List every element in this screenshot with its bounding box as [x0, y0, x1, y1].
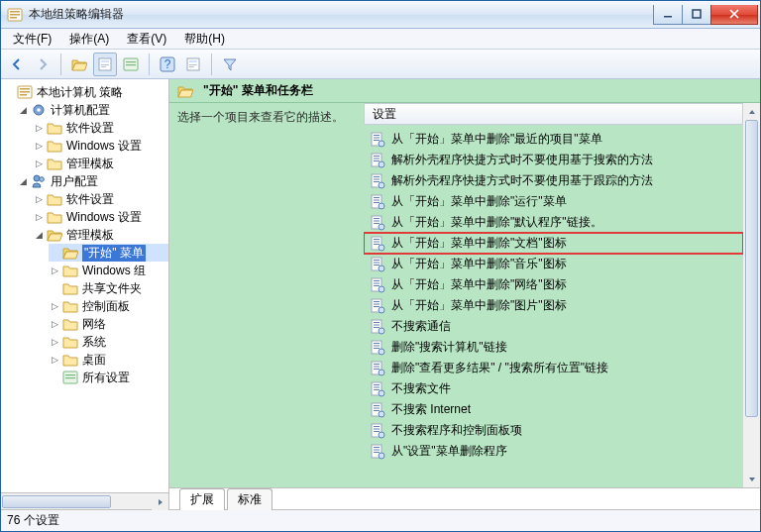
tree-item[interactable]: 桌面 — [82, 352, 106, 369]
tab-standard[interactable]: 标准 — [227, 488, 272, 510]
window-title: 本地组策略编辑器 — [29, 6, 654, 23]
users-icon — [31, 173, 47, 189]
policy-item-icon — [370, 215, 385, 231]
prop-icon — [185, 56, 201, 72]
expand-toggle[interactable]: ▷ — [33, 140, 45, 152]
policy-item-icon — [370, 298, 385, 314]
setting-row[interactable]: 从"设置"菜单删除程序 — [364, 441, 743, 462]
tree-item[interactable]: Windows 设置 — [66, 209, 142, 226]
expand-toggle[interactable]: ▷ — [33, 122, 45, 134]
tree-item[interactable]: Windows 组 — [82, 263, 146, 279]
expand-toggle[interactable]: ▷ — [33, 193, 45, 205]
filter-icon — [222, 56, 238, 72]
expand-toggle[interactable]: ◢ — [17, 104, 29, 116]
show-tree-button[interactable] — [93, 53, 117, 76]
tree-user-config[interactable]: 用户配置 — [51, 173, 98, 190]
menu385thead: 文件(F) 操作(A) 查看(V) 帮助(H) — [1, 29, 760, 50]
setting-row[interactable]: 不搜索文件 — [364, 378, 743, 399]
setting-row[interactable]: 不搜索通信 — [364, 316, 743, 337]
policy-item-icon — [370, 194, 385, 210]
setting-label: 从「开始」菜单中删除"音乐"图标 — [391, 256, 567, 272]
toolbar — [1, 50, 760, 79]
list-v-scrollbar[interactable] — [743, 103, 760, 487]
expand-toggle[interactable]: ◢ — [33, 229, 45, 241]
expand-toggle[interactable]: ▷ — [49, 354, 60, 366]
expand-toggle[interactable]: ▷ — [49, 265, 60, 276]
tree-item[interactable]: 共享文件夹 — [82, 280, 142, 297]
scroll-thumb[interactable] — [2, 495, 111, 508]
arrow-up-icon — [747, 107, 757, 117]
close-button[interactable] — [710, 5, 758, 25]
folder-icon — [47, 120, 62, 136]
setting-label: 从「开始」菜单中删除"最近的项目"菜单 — [391, 131, 602, 148]
column-header-setting[interactable]: 设置 — [364, 103, 743, 125]
policy-tree[interactable]: 本地计算机 策略 ◢ 计算机配置 — [1, 83, 168, 386]
setting-row[interactable]: 从「开始」菜单中删除"文档"图标 — [364, 233, 743, 254]
expand-toggle[interactable]: ▷ — [49, 336, 60, 348]
arrow-down-icon — [747, 475, 757, 484]
policy-item-icon — [370, 173, 385, 189]
expand-toggle[interactable] — [3, 86, 15, 98]
expand-toggle[interactable]: ◢ — [17, 175, 29, 187]
scroll-right-button[interactable] — [152, 493, 168, 510]
policy-item-icon — [370, 381, 385, 397]
setting-row[interactable]: 解析外壳程序快捷方式时不要使用基于跟踪的方法 — [364, 170, 743, 191]
minimize-button[interactable] — [653, 5, 683, 25]
tree-item[interactable]: 软件设置 — [66, 191, 114, 208]
scroll-down-button[interactable] — [743, 471, 760, 487]
setting-row[interactable]: 从「开始」菜单中删除"默认程序"链接。 — [364, 212, 743, 233]
help-button[interactable] — [156, 53, 179, 76]
setting-row[interactable]: 从「开始」菜单中删除"图片"图标 — [364, 295, 743, 316]
status-text: 76 个设置 — [7, 512, 59, 529]
toolbar-separator — [211, 53, 212, 75]
filter-button[interactable] — [218, 53, 242, 76]
menu-action[interactable]: 操作(A) — [61, 29, 117, 50]
up-level-button[interactable] — [67, 53, 91, 76]
setting-row[interactable]: 从「开始」菜单中删除"运行"菜单 — [364, 191, 743, 212]
setting-row[interactable]: 删除"搜索计算机"链接 — [364, 337, 743, 358]
expand-toggle[interactable]: ▷ — [33, 158, 45, 169]
tree-item[interactable]: Windows 设置 — [66, 138, 142, 155]
setting-row[interactable]: 从「开始」菜单中删除"最近的项目"菜单 — [364, 129, 743, 150]
nav-back-button[interactable] — [5, 53, 29, 76]
tree-item[interactable]: 所有设置 — [82, 370, 130, 386]
tab-extended[interactable]: 扩展 — [179, 488, 225, 510]
setting-label: 不搜索通信 — [391, 318, 451, 335]
setting-row[interactable]: 不搜索 Internet — [364, 399, 743, 420]
tree-h-scrollbar[interactable] — [1, 492, 168, 509]
menu-help[interactable]: 帮助(H) — [176, 29, 233, 50]
tree-item[interactable]: 系统 — [82, 334, 106, 351]
setting-row[interactable]: 删除"查看更多结果" / "搜索所有位置"链接 — [364, 358, 743, 378]
nav-forward-button[interactable] — [31, 53, 54, 76]
expand-toggle[interactable]: ▷ — [49, 318, 60, 330]
tree-root[interactable]: 本地计算机 策略 — [37, 84, 123, 101]
scroll-thumb[interactable] — [745, 120, 758, 417]
settings-list[interactable]: 从「开始」菜单中删除"最近的项目"菜单解析外壳程序快捷方式时不要使用基于搜索的方… — [364, 125, 743, 487]
setting-row[interactable]: 从「开始」菜单中删除"网络"图标 — [364, 274, 743, 295]
tree-item[interactable]: 管理模板 — [66, 156, 114, 172]
setting-label: 从"设置"菜单删除程序 — [391, 443, 507, 460]
expand-toggle[interactable]: ▷ — [49, 300, 60, 312]
tree-computer-config[interactable]: 计算机配置 — [51, 102, 110, 119]
tree-item[interactable]: 网络 — [82, 316, 106, 333]
tree-item[interactable]: 控制面板 — [82, 298, 130, 315]
properties-button[interactable] — [181, 53, 205, 76]
menu-view[interactable]: 查看(V) — [119, 29, 174, 50]
details-header: "开始" 菜单和任务栏 — [169, 79, 760, 103]
expand-toggle[interactable]: ▷ — [33, 211, 45, 223]
folder-icon — [47, 138, 62, 154]
tree-item[interactable]: 管理模板 — [66, 227, 114, 244]
policy-item-icon — [370, 361, 385, 376]
toolbar-separator — [60, 53, 61, 75]
setting-row[interactable]: 解析外壳程序快捷方式时不要使用基于搜索的方法 — [364, 150, 743, 170]
setting-row[interactable]: 不搜索程序和控制面板项 — [364, 420, 743, 441]
details-pane: "开始" 菜单和任务栏 选择一个项目来查看它的描述。 设置 从「开始」菜单中删除… — [169, 79, 760, 509]
maximize-button[interactable] — [682, 5, 711, 25]
setting-row[interactable]: 从「开始」菜单中删除"音乐"图标 — [364, 254, 743, 274]
scroll-up-button[interactable] — [743, 103, 760, 120]
tree-item-selected[interactable]: "开始" 菜单 — [82, 245, 146, 262]
tree-item[interactable]: 软件设置 — [66, 120, 114, 137]
export-list-button[interactable] — [119, 53, 143, 76]
menu-file[interactable]: 文件(F) — [5, 29, 59, 50]
title-bar[interactable]: 本地组策略编辑器 — [1, 1, 760, 29]
